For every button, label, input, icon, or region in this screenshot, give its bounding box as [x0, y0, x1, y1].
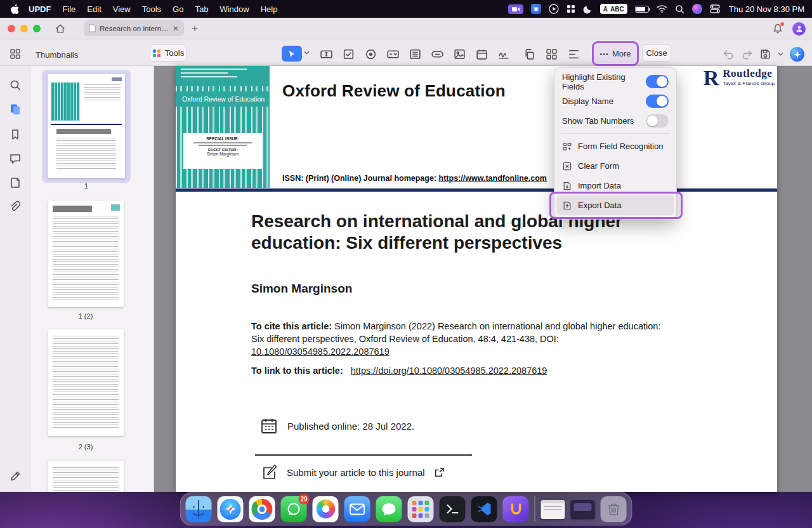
dock-photos-icon[interactable] [313, 496, 339, 522]
new-tab-button[interactable]: + [192, 22, 198, 35]
notifications-bell-icon[interactable] [772, 23, 783, 35]
menubar-clock[interactable]: Thu 20 Nov 8:30 PM [724, 4, 804, 14]
minimize-window-button[interactable] [20, 25, 28, 32]
dock-chrome-icon[interactable] [249, 496, 275, 522]
tools-grid-icon [152, 49, 161, 58]
menu-item-highlight-existing-fields[interactable]: Highlight Existing Fields [554, 72, 676, 91]
journal-homepage-link[interactable]: https://www.tandfonline.com [439, 174, 547, 183]
dock-terminal-icon[interactable] [440, 496, 466, 522]
menubar-app-name[interactable]: UPDF [23, 4, 56, 14]
submit-article-link[interactable]: Submit your article to this journal [287, 467, 425, 478]
close-form-mode-button[interactable]: Close [642, 44, 671, 62]
menu-item-display-name[interactable]: Display Name [554, 91, 676, 111]
thumbnail-label-1[interactable]: 1 [42, 182, 131, 190]
page-thumbnail-1[interactable] [48, 74, 125, 178]
menubar-item-edit[interactable]: Edit [81, 4, 107, 14]
close-window-button[interactable] [8, 25, 15, 32]
dark-mode-icon[interactable] [583, 3, 593, 15]
battery-icon[interactable] [635, 3, 649, 15]
display-name-toggle[interactable] [646, 95, 669, 108]
thumbnail-panel-icon[interactable] [9, 48, 22, 60]
utility-icon[interactable]: ▣ [531, 3, 541, 15]
article-url-link[interactable]: https://doi.org/10.1080/03054985.2022.20… [351, 366, 547, 376]
dock-whatsapp-icon[interactable]: 29 [281, 496, 307, 522]
spotlight-icon[interactable] [675, 3, 684, 15]
image-field-tool-icon[interactable] [452, 47, 466, 61]
dock-safari-icon[interactable] [218, 496, 244, 522]
dock-finder-icon[interactable] [186, 496, 212, 522]
save-icon[interactable] [759, 48, 771, 60]
search-icon[interactable] [9, 79, 22, 91]
screen-recording-icon[interactable] [508, 3, 523, 15]
dock-trash-icon[interactable] [601, 496, 627, 522]
page-thumbnail-2[interactable] [48, 201, 124, 307]
apple-menu-icon[interactable] [8, 4, 22, 14]
ai-assistant-icon[interactable] [790, 47, 804, 62]
dock-window-preview-2[interactable] [571, 500, 595, 519]
play-icon[interactable] [549, 3, 559, 15]
dock-messages-icon[interactable] [376, 496, 402, 522]
menubar-item-view[interactable]: View [107, 4, 136, 14]
wifi-icon[interactable] [657, 3, 667, 15]
fill-sign-icon[interactable] [9, 470, 22, 482]
date-field-tool-icon[interactable] [475, 47, 488, 61]
menu-item-form-field-recognition[interactable]: Form Field Recognition [554, 136, 676, 156]
more-button[interactable]: ••• More [592, 41, 639, 66]
checkbox-tool-icon[interactable] [341, 47, 355, 61]
redo-icon[interactable] [741, 48, 753, 60]
page-thumbnails-icon[interactable] [9, 103, 22, 116]
dock-window-preview-1[interactable] [541, 500, 565, 519]
menu-item-show-tab-numbers[interactable]: Show Tab Numbers [554, 111, 676, 131]
copy-fields-icon[interactable] [522, 47, 536, 61]
external-link-icon[interactable] [434, 468, 444, 478]
input-source-badge[interactable]: AABC [600, 3, 627, 15]
dock-code-icon[interactable] [471, 496, 497, 522]
menubar-item-help[interactable]: Help [255, 4, 284, 14]
bookmark-icon[interactable] [9, 128, 22, 141]
signature-field-tool-icon[interactable] [497, 47, 511, 61]
save-chevron-icon[interactable] [778, 52, 783, 56]
menubar-item-tools[interactable]: Tools [136, 4, 167, 14]
comments-icon[interactable] [9, 152, 22, 165]
account-avatar[interactable] [792, 22, 806, 36]
text-field-tool-icon[interactable] [319, 47, 333, 61]
menubar-item-tab[interactable]: Tab [189, 4, 214, 14]
annotations-icon[interactable] [9, 176, 22, 189]
page-thumbnail-4[interactable] [48, 461, 124, 492]
highlight-existing-fields-toggle[interactable] [646, 75, 669, 88]
attachments-icon[interactable] [9, 201, 22, 213]
menubar-item-window[interactable]: Window [214, 4, 254, 14]
page-thumbnail-3[interactable] [48, 329, 124, 436]
show-tab-numbers-toggle[interactable] [646, 114, 669, 128]
dock-mail-icon[interactable] [344, 496, 370, 522]
siri-icon[interactable] [692, 3, 702, 15]
menubar-item-go[interactable]: Go [167, 4, 189, 14]
select-tool-button[interactable] [282, 46, 302, 62]
dock-updf-icon[interactable] [503, 496, 529, 522]
menu-item-import-data[interactable]: Import Data [554, 176, 676, 195]
tab-close-icon[interactable]: ✕ [173, 24, 179, 33]
submit-pen-icon [262, 465, 278, 480]
app-grid-icon[interactable] [566, 3, 575, 15]
thumbnail-label-2[interactable]: 1 (2) [41, 312, 130, 320]
control-center-icon[interactable] [710, 3, 720, 15]
select-tool-chevron-icon[interactable] [304, 51, 310, 55]
document-tab[interactable]: Research on international... ✕ [84, 20, 184, 36]
align-fields-icon[interactable] [566, 47, 580, 61]
push-button-tool-icon[interactable] [430, 47, 444, 61]
menu-item-clear-form[interactable]: Clear Form [554, 156, 676, 176]
thumbnail-label-3[interactable]: 2 (3) [41, 443, 130, 451]
export-data-icon [562, 201, 572, 211]
dock-launchpad-icon[interactable] [408, 496, 434, 522]
radio-button-tool-icon[interactable] [363, 47, 377, 61]
combo-box-tool-icon[interactable] [386, 47, 400, 61]
multi-select-grid-icon[interactable] [544, 47, 558, 61]
undo-icon[interactable] [723, 48, 735, 60]
list-box-tool-icon[interactable] [408, 47, 422, 61]
doi-link[interactable]: 10.1080/03054985.2022.2087619 [251, 346, 390, 357]
menu-item-export-data[interactable]: Export Data [557, 195, 674, 215]
tools-button[interactable]: Tools [150, 44, 187, 62]
home-icon[interactable] [55, 23, 66, 34]
menubar-item-file[interactable]: File [56, 4, 81, 14]
zoom-window-button[interactable] [33, 25, 41, 32]
